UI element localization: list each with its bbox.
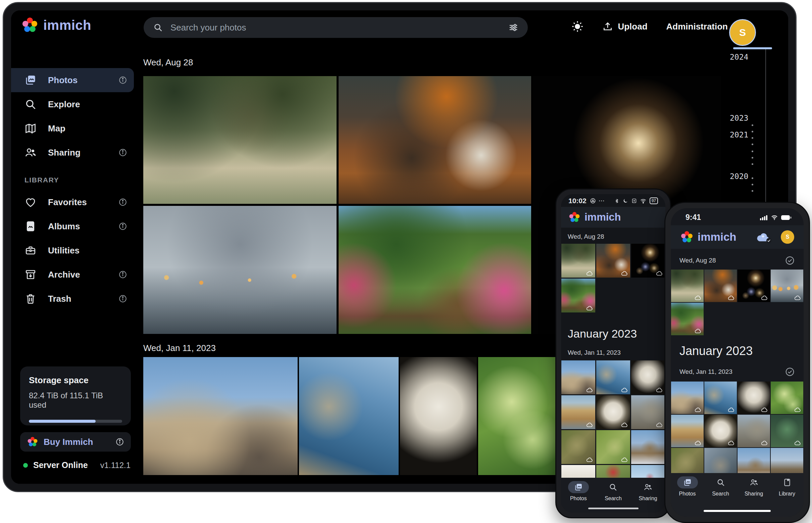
buy-immich-button[interactable]: Buy Immich: [20, 432, 131, 452]
filter-sliders-icon[interactable]: [508, 22, 518, 33]
sidebar-item-sharing[interactable]: Sharing: [11, 141, 134, 165]
immich-logo[interactable]: immich: [21, 16, 91, 34]
photo-beach-thumb[interactable]: [562, 395, 595, 429]
timeline-year-2021[interactable]: 2021: [730, 130, 748, 139]
photo-hands-thumb[interactable]: [771, 270, 803, 302]
info-icon[interactable]: [116, 437, 124, 446]
immich-flower-icon: [27, 436, 38, 448]
photo-fireworks-thumb[interactable]: [631, 244, 665, 277]
heart-icon: [24, 196, 37, 208]
select-all-check-icon[interactable]: [785, 367, 795, 377]
people-icon: [24, 146, 37, 159]
upload-button[interactable]: Upload: [602, 21, 647, 32]
phone1-app-header: immich: [561, 207, 666, 228]
photo-dinner-thumb[interactable]: [704, 270, 737, 302]
photo-lizard-thumb[interactable]: [562, 430, 595, 464]
administration-link[interactable]: Administration: [667, 21, 728, 32]
photo-monkeys-thumb[interactable]: [671, 270, 704, 302]
photo-coast-thumb[interactable]: [704, 381, 737, 414]
immich-flower-icon: [680, 230, 694, 244]
tab-library[interactable]: Library: [777, 476, 798, 497]
tab-sharing[interactable]: Sharing: [638, 481, 658, 502]
backup-cloud-icon[interactable]: [756, 232, 771, 242]
photo-ruin-thumb[interactable]: [631, 395, 665, 429]
cloud-sync-icon: [656, 422, 663, 428]
photo-plant-thumb[interactable]: [771, 381, 803, 414]
photo-green-berries[interactable]: [478, 357, 558, 475]
tab-photos[interactable]: Photos: [677, 476, 698, 497]
info-icon[interactable]: [118, 76, 127, 85]
android-phone-mockup: 10:02 ⋯: [555, 188, 671, 518]
photo-monkeys-at-zoo[interactable]: [143, 76, 336, 204]
photo-church-thumb[interactable]: [631, 430, 665, 464]
phone2-date-header-aug: Wed, Aug 28: [671, 255, 804, 266]
photo-dinner-thumb[interactable]: [596, 244, 630, 277]
photo-coastal-fort[interactable]: [299, 357, 399, 475]
timeline-scrubber-handle[interactable]: [733, 47, 772, 49]
photo-sculpture-thumb[interactable]: [704, 415, 737, 447]
tab-search[interactable]: Search: [603, 481, 623, 502]
android-phone-screen: 10:02 ⋯: [561, 194, 666, 512]
timeline-month-dots: [751, 150, 753, 170]
theme-toggle-sun-icon[interactable]: [571, 20, 584, 33]
cloud-sync-icon: [794, 407, 801, 412]
cloud-sync-icon: [656, 387, 663, 393]
sidebar-item-trash[interactable]: Trash: [11, 287, 134, 311]
timeline-year-2024[interactable]: 2024: [730, 53, 748, 61]
brand-name: immich: [43, 18, 91, 33]
photo-ruin-thumb[interactable]: [738, 415, 770, 447]
info-icon[interactable]: [118, 270, 127, 279]
photo-marble-bust[interactable]: [400, 357, 477, 475]
photo-tree-thumb[interactable]: [771, 415, 803, 447]
search-input[interactable]: Search your photos: [144, 17, 528, 38]
cloud-sync-icon: [794, 295, 801, 301]
photo-monkeys-thumb[interactable]: [562, 244, 595, 277]
select-all-check-icon[interactable]: [785, 255, 795, 266]
sidebar-item-utilities[interactable]: Utilities: [11, 238, 134, 263]
search-icon: [24, 98, 37, 110]
phone1-photo-grid-jan: [561, 360, 666, 483]
home-indicator[interactable]: [704, 510, 771, 512]
photo-autumn-park[interactable]: [339, 206, 531, 334]
server-status-label: Server Online: [33, 460, 95, 470]
tab-search[interactable]: Search: [710, 476, 731, 497]
info-icon[interactable]: [118, 294, 127, 303]
phone1-status-bar: 10:02 ⋯: [561, 194, 666, 205]
sidebar-item-explore[interactable]: Explore: [11, 92, 134, 116]
photo-castle-thumb[interactable]: [671, 381, 704, 414]
photo-coast-thumb[interactable]: [596, 360, 630, 394]
bluetooth-icon: [615, 198, 619, 204]
people-icon: [643, 483, 652, 491]
photo-bust-thumb[interactable]: [738, 381, 770, 414]
photo-castle-thumb[interactable]: [562, 360, 595, 394]
phone2-status-bar: 9:41: [671, 208, 804, 222]
photo-beach-thumb[interactable]: [671, 415, 704, 447]
photo-bust-thumb[interactable]: [631, 360, 665, 394]
photo-fortress-walls[interactable]: [143, 357, 298, 475]
info-icon[interactable]: [118, 198, 127, 206]
sidebar-item-albums[interactable]: Albums: [11, 214, 134, 238]
info-icon[interactable]: [118, 148, 127, 157]
photo-sculpture-thumb[interactable]: [596, 395, 630, 429]
photo-park-thumb[interactable]: [671, 303, 704, 335]
cloud-sync-icon: [586, 457, 593, 462]
timeline-track[interactable]: [765, 47, 766, 202]
tab-sharing[interactable]: Sharing: [744, 476, 764, 497]
photo-holding-hands[interactable]: [143, 206, 336, 334]
cloud-sync-icon: [694, 407, 702, 412]
info-icon[interactable]: [118, 222, 127, 231]
photo-park-thumb[interactable]: [562, 278, 595, 312]
photo-fireworks-thumb[interactable]: [738, 270, 770, 302]
user-avatar[interactable]: S: [729, 19, 756, 46]
timeline-year-2023[interactable]: 2023: [730, 114, 748, 122]
user-avatar[interactable]: S: [781, 230, 794, 244]
sidebar-item-photos[interactable]: Photos: [11, 68, 134, 92]
photo-dinner-table[interactable]: [339, 76, 531, 204]
sidebar-item-archive[interactable]: Archive: [11, 263, 134, 287]
timeline-year-2020[interactable]: 2020: [730, 172, 748, 181]
photo-lizard2-thumb[interactable]: [596, 430, 630, 464]
home-indicator[interactable]: [588, 508, 639, 509]
tab-photos[interactable]: Photos: [568, 481, 589, 502]
sidebar-item-map[interactable]: Map: [11, 116, 134, 141]
sidebar-item-favorites[interactable]: Favorites: [11, 190, 134, 214]
